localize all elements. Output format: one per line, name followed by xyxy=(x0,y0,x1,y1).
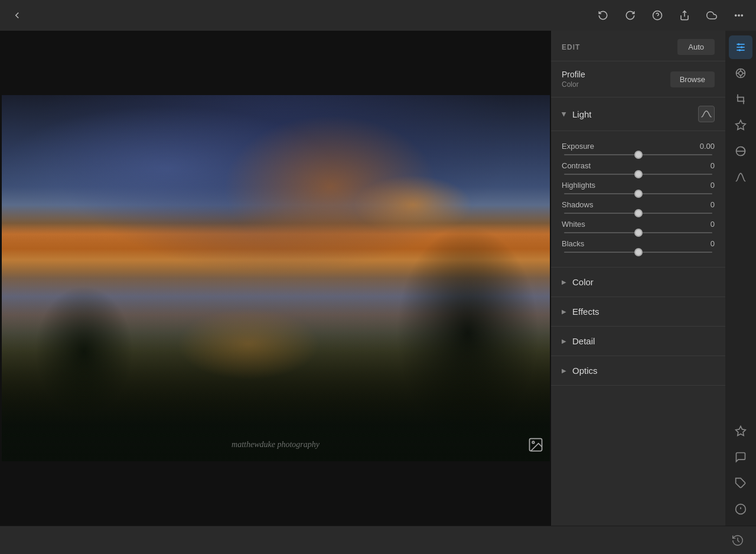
blacks-thumb[interactable] xyxy=(634,248,643,256)
highlights-value: 0 xyxy=(711,181,715,190)
shadows-value: 0 xyxy=(711,200,715,209)
right-panel: EDIT Auto Profile Color Browse ▶ Light xyxy=(551,31,725,526)
svg-point-12 xyxy=(741,46,742,48)
exposure-value: 0.00 xyxy=(700,142,715,151)
optics-section[interactable]: ▶ Optics xyxy=(551,356,725,386)
shadows-label: Shadows xyxy=(562,200,593,209)
help-button[interactable] xyxy=(650,8,665,23)
tag-button[interactable] xyxy=(729,471,752,495)
bottombar xyxy=(0,526,756,554)
svg-marker-20 xyxy=(736,120,746,130)
contrast-thumb[interactable] xyxy=(634,170,643,178)
light-section-header-left: ▶ Light xyxy=(562,109,592,119)
selective-tool-button[interactable] xyxy=(729,113,752,137)
contrast-label: Contrast xyxy=(562,161,591,170)
blacks-value: 0 xyxy=(711,239,715,248)
contrast-value: 0 xyxy=(711,161,715,170)
undo-button[interactable] xyxy=(595,8,611,23)
profile-sub: Color xyxy=(562,80,585,89)
exposure-slider-row: Exposure 0.00 xyxy=(562,142,715,155)
color-chevron-icon: ▶ xyxy=(562,279,566,285)
back-button[interactable] xyxy=(9,8,25,23)
star-button[interactable] xyxy=(729,419,752,443)
icon-bar xyxy=(725,31,756,526)
optics-section-title: Optics xyxy=(572,366,598,376)
highlights-slider-row: Highlights 0 xyxy=(562,181,715,194)
profile-info: Profile Color xyxy=(562,70,585,89)
main-content: matthewduke photography EDIT Auto Profil… xyxy=(0,31,756,526)
cloud-button[interactable] xyxy=(704,8,719,23)
profile-section: Profile Color Browse xyxy=(551,61,725,97)
detail-chevron-icon: ▶ xyxy=(562,338,566,344)
more-button[interactable] xyxy=(731,8,747,23)
svg-point-3 xyxy=(735,15,737,16)
svg-point-15 xyxy=(739,71,743,76)
whites-thumb[interactable] xyxy=(634,229,643,237)
whites-track[interactable] xyxy=(564,232,712,233)
contrast-track[interactable] xyxy=(564,174,712,175)
exposure-label: Exposure xyxy=(562,142,594,151)
whites-slider-row: Whites 0 xyxy=(562,220,715,233)
exposure-track[interactable] xyxy=(564,154,712,155)
profile-title: Profile xyxy=(562,70,585,79)
blacks-slider-row: Blacks 0 xyxy=(562,239,715,253)
redo-button[interactable] xyxy=(623,8,638,23)
photo: matthewduke photography xyxy=(2,95,550,461)
svg-marker-23 xyxy=(736,426,746,436)
auto-button[interactable]: Auto xyxy=(677,39,715,55)
shadows-slider-row: Shadows 0 xyxy=(562,200,715,214)
light-section-header[interactable]: ▶ Light xyxy=(551,97,725,131)
light-section-title: Light xyxy=(572,109,592,119)
shadows-thumb[interactable] xyxy=(634,209,643,217)
svg-point-5 xyxy=(741,15,742,16)
curves-tool-button[interactable] xyxy=(729,165,752,189)
sliders-section: Exposure 0.00 Contrast 0 xyxy=(551,131,725,268)
highlights-label: Highlights xyxy=(562,181,595,190)
whites-label: Whites xyxy=(562,220,585,229)
optics-chevron-icon: ▶ xyxy=(562,367,566,374)
topbar-left xyxy=(9,8,25,23)
topbar-right xyxy=(595,8,747,23)
info-button[interactable] xyxy=(729,497,752,521)
mixer-tool-button[interactable] xyxy=(729,139,752,163)
highlights-thumb[interactable] xyxy=(634,190,643,198)
light-chevron-icon: ▶ xyxy=(561,112,568,116)
crop-tool-button[interactable] xyxy=(729,87,752,111)
svg-point-4 xyxy=(738,15,739,16)
whites-value: 0 xyxy=(711,220,715,229)
detail-section[interactable]: ▶ Detail xyxy=(551,327,725,356)
topbar xyxy=(0,0,756,31)
highlights-track[interactable] xyxy=(564,193,712,194)
detail-section-title: Detail xyxy=(572,336,595,346)
photo-container: matthewduke photography xyxy=(2,31,550,526)
svg-point-11 xyxy=(738,43,739,45)
contrast-slider-row: Contrast 0 xyxy=(562,161,715,175)
comment-button[interactable] xyxy=(729,445,752,469)
effects-section[interactable]: ▶ Effects xyxy=(551,297,725,327)
shadows-track[interactable] xyxy=(564,213,712,214)
exposure-thumb[interactable] xyxy=(634,151,643,159)
heal-tool-button[interactable] xyxy=(729,61,752,85)
share-button[interactable] xyxy=(677,8,692,23)
edit-label: EDIT xyxy=(562,43,580,51)
watermark: matthewduke photography xyxy=(232,440,320,449)
svg-point-13 xyxy=(739,49,741,51)
curve-icon[interactable] xyxy=(698,106,715,122)
effects-chevron-icon: ▶ xyxy=(562,308,566,315)
svg-point-7 xyxy=(532,441,535,444)
blacks-track[interactable] xyxy=(564,252,712,253)
history-button[interactable] xyxy=(729,532,747,549)
color-section-title: Color xyxy=(572,277,594,287)
edit-tool-button[interactable] xyxy=(729,35,752,59)
edit-header: EDIT Auto xyxy=(551,31,725,61)
browse-button[interactable]: Browse xyxy=(670,71,715,87)
color-section[interactable]: ▶ Color xyxy=(551,268,725,297)
effects-section-title: Effects xyxy=(572,307,599,317)
photo-bottom-icon xyxy=(527,436,544,455)
blacks-label: Blacks xyxy=(562,239,584,248)
image-area: matthewduke photography xyxy=(0,31,551,526)
